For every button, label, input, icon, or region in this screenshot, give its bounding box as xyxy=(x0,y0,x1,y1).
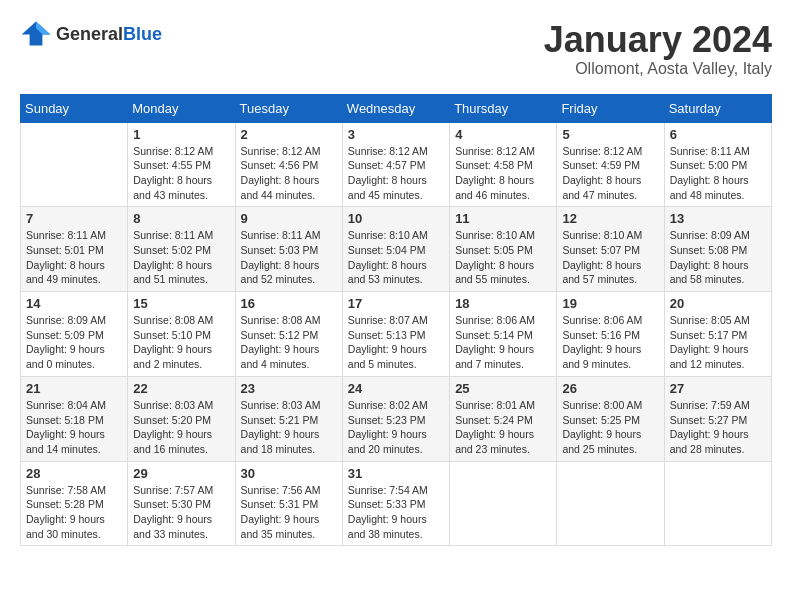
day-info: Sunrise: 8:12 AMSunset: 4:58 PMDaylight:… xyxy=(455,144,551,203)
calendar-cell: 22Sunrise: 8:03 AMSunset: 5:20 PMDayligh… xyxy=(128,376,235,461)
day-number: 25 xyxy=(455,381,551,396)
month-year-title: January 2024 xyxy=(544,20,772,60)
day-number: 22 xyxy=(133,381,229,396)
calendar-cell: 7Sunrise: 8:11 AMSunset: 5:01 PMDaylight… xyxy=(21,207,128,292)
weekday-header-tuesday: Tuesday xyxy=(235,94,342,122)
calendar-header: SundayMondayTuesdayWednesdayThursdayFrid… xyxy=(21,94,772,122)
day-number: 19 xyxy=(562,296,658,311)
calendar-cell: 3Sunrise: 8:12 AMSunset: 4:57 PMDaylight… xyxy=(342,122,449,207)
day-info: Sunrise: 8:11 AMSunset: 5:01 PMDaylight:… xyxy=(26,228,122,287)
calendar-cell: 2Sunrise: 8:12 AMSunset: 4:56 PMDaylight… xyxy=(235,122,342,207)
day-info: Sunrise: 8:04 AMSunset: 5:18 PMDaylight:… xyxy=(26,398,122,457)
day-number: 26 xyxy=(562,381,658,396)
day-number: 18 xyxy=(455,296,551,311)
day-number: 6 xyxy=(670,127,766,142)
day-number: 5 xyxy=(562,127,658,142)
day-info: Sunrise: 8:10 AMSunset: 5:07 PMDaylight:… xyxy=(562,228,658,287)
day-info: Sunrise: 7:58 AMSunset: 5:28 PMDaylight:… xyxy=(26,483,122,542)
calendar-cell: 10Sunrise: 8:10 AMSunset: 5:04 PMDayligh… xyxy=(342,207,449,292)
day-number: 7 xyxy=(26,211,122,226)
calendar-week-row: 14Sunrise: 8:09 AMSunset: 5:09 PMDayligh… xyxy=(21,292,772,377)
calendar-cell: 29Sunrise: 7:57 AMSunset: 5:30 PMDayligh… xyxy=(128,461,235,546)
calendar-body: 1Sunrise: 8:12 AMSunset: 4:55 PMDaylight… xyxy=(21,122,772,546)
day-number: 2 xyxy=(241,127,337,142)
calendar-cell: 1Sunrise: 8:12 AMSunset: 4:55 PMDaylight… xyxy=(128,122,235,207)
calendar-cell: 9Sunrise: 8:11 AMSunset: 5:03 PMDaylight… xyxy=(235,207,342,292)
day-info: Sunrise: 8:00 AMSunset: 5:25 PMDaylight:… xyxy=(562,398,658,457)
day-number: 13 xyxy=(670,211,766,226)
calendar-cell: 6Sunrise: 8:11 AMSunset: 5:00 PMDaylight… xyxy=(664,122,771,207)
day-info: Sunrise: 8:01 AMSunset: 5:24 PMDaylight:… xyxy=(455,398,551,457)
logo-text-general: General xyxy=(56,24,123,45)
calendar-cell: 11Sunrise: 8:10 AMSunset: 5:05 PMDayligh… xyxy=(450,207,557,292)
calendar-cell: 14Sunrise: 8:09 AMSunset: 5:09 PMDayligh… xyxy=(21,292,128,377)
day-number: 21 xyxy=(26,381,122,396)
calendar-week-row: 7Sunrise: 8:11 AMSunset: 5:01 PMDaylight… xyxy=(21,207,772,292)
day-number: 15 xyxy=(133,296,229,311)
calendar-cell: 20Sunrise: 8:05 AMSunset: 5:17 PMDayligh… xyxy=(664,292,771,377)
calendar-cell: 30Sunrise: 7:56 AMSunset: 5:31 PMDayligh… xyxy=(235,461,342,546)
calendar-cell: 18Sunrise: 8:06 AMSunset: 5:14 PMDayligh… xyxy=(450,292,557,377)
day-number: 31 xyxy=(348,466,444,481)
weekday-header-sunday: Sunday xyxy=(21,94,128,122)
day-info: Sunrise: 8:11 AMSunset: 5:03 PMDaylight:… xyxy=(241,228,337,287)
day-number: 24 xyxy=(348,381,444,396)
day-info: Sunrise: 8:10 AMSunset: 5:05 PMDaylight:… xyxy=(455,228,551,287)
logo-text-blue: Blue xyxy=(123,24,162,45)
calendar-cell: 12Sunrise: 8:10 AMSunset: 5:07 PMDayligh… xyxy=(557,207,664,292)
day-info: Sunrise: 8:02 AMSunset: 5:23 PMDaylight:… xyxy=(348,398,444,457)
day-info: Sunrise: 8:12 AMSunset: 4:57 PMDaylight:… xyxy=(348,144,444,203)
day-info: Sunrise: 8:12 AMSunset: 4:56 PMDaylight:… xyxy=(241,144,337,203)
day-info: Sunrise: 7:56 AMSunset: 5:31 PMDaylight:… xyxy=(241,483,337,542)
weekday-header-thursday: Thursday xyxy=(450,94,557,122)
calendar-cell: 4Sunrise: 8:12 AMSunset: 4:58 PMDaylight… xyxy=(450,122,557,207)
day-number: 14 xyxy=(26,296,122,311)
day-number: 10 xyxy=(348,211,444,226)
calendar-cell: 19Sunrise: 8:06 AMSunset: 5:16 PMDayligh… xyxy=(557,292,664,377)
calendar-week-row: 21Sunrise: 8:04 AMSunset: 5:18 PMDayligh… xyxy=(21,376,772,461)
calendar-table: SundayMondayTuesdayWednesdayThursdayFrid… xyxy=(20,94,772,547)
day-number: 28 xyxy=(26,466,122,481)
day-info: Sunrise: 8:08 AMSunset: 5:10 PMDaylight:… xyxy=(133,313,229,372)
calendar-cell: 5Sunrise: 8:12 AMSunset: 4:59 PMDaylight… xyxy=(557,122,664,207)
day-number: 3 xyxy=(348,127,444,142)
calendar-cell: 31Sunrise: 7:54 AMSunset: 5:33 PMDayligh… xyxy=(342,461,449,546)
location-subtitle: Ollomont, Aosta Valley, Italy xyxy=(544,60,772,78)
day-info: Sunrise: 8:05 AMSunset: 5:17 PMDaylight:… xyxy=(670,313,766,372)
calendar-cell xyxy=(21,122,128,207)
calendar-week-row: 1Sunrise: 8:12 AMSunset: 4:55 PMDaylight… xyxy=(21,122,772,207)
day-info: Sunrise: 7:59 AMSunset: 5:27 PMDaylight:… xyxy=(670,398,766,457)
logo-icon xyxy=(20,20,52,48)
day-info: Sunrise: 8:10 AMSunset: 5:04 PMDaylight:… xyxy=(348,228,444,287)
day-info: Sunrise: 8:03 AMSunset: 5:21 PMDaylight:… xyxy=(241,398,337,457)
day-number: 9 xyxy=(241,211,337,226)
weekday-header-saturday: Saturday xyxy=(664,94,771,122)
day-number: 23 xyxy=(241,381,337,396)
day-number: 30 xyxy=(241,466,337,481)
calendar-cell: 26Sunrise: 8:00 AMSunset: 5:25 PMDayligh… xyxy=(557,376,664,461)
day-number: 11 xyxy=(455,211,551,226)
day-info: Sunrise: 8:08 AMSunset: 5:12 PMDaylight:… xyxy=(241,313,337,372)
calendar-week-row: 28Sunrise: 7:58 AMSunset: 5:28 PMDayligh… xyxy=(21,461,772,546)
day-info: Sunrise: 7:57 AMSunset: 5:30 PMDaylight:… xyxy=(133,483,229,542)
day-number: 8 xyxy=(133,211,229,226)
day-number: 16 xyxy=(241,296,337,311)
weekday-header-monday: Monday xyxy=(128,94,235,122)
calendar-cell: 27Sunrise: 7:59 AMSunset: 5:27 PMDayligh… xyxy=(664,376,771,461)
day-number: 20 xyxy=(670,296,766,311)
day-number: 1 xyxy=(133,127,229,142)
day-info: Sunrise: 8:11 AMSunset: 5:00 PMDaylight:… xyxy=(670,144,766,203)
weekday-header-row: SundayMondayTuesdayWednesdayThursdayFrid… xyxy=(21,94,772,122)
day-info: Sunrise: 8:06 AMSunset: 5:14 PMDaylight:… xyxy=(455,313,551,372)
day-info: Sunrise: 8:09 AMSunset: 5:09 PMDaylight:… xyxy=(26,313,122,372)
calendar-cell: 28Sunrise: 7:58 AMSunset: 5:28 PMDayligh… xyxy=(21,461,128,546)
logo: General Blue xyxy=(20,20,162,48)
calendar-cell: 8Sunrise: 8:11 AMSunset: 5:02 PMDaylight… xyxy=(128,207,235,292)
day-number: 29 xyxy=(133,466,229,481)
calendar-cell: 23Sunrise: 8:03 AMSunset: 5:21 PMDayligh… xyxy=(235,376,342,461)
title-block: January 2024 Ollomont, Aosta Valley, Ita… xyxy=(544,20,772,78)
calendar-cell: 21Sunrise: 8:04 AMSunset: 5:18 PMDayligh… xyxy=(21,376,128,461)
weekday-header-friday: Friday xyxy=(557,94,664,122)
day-info: Sunrise: 8:03 AMSunset: 5:20 PMDaylight:… xyxy=(133,398,229,457)
day-info: Sunrise: 8:06 AMSunset: 5:16 PMDaylight:… xyxy=(562,313,658,372)
